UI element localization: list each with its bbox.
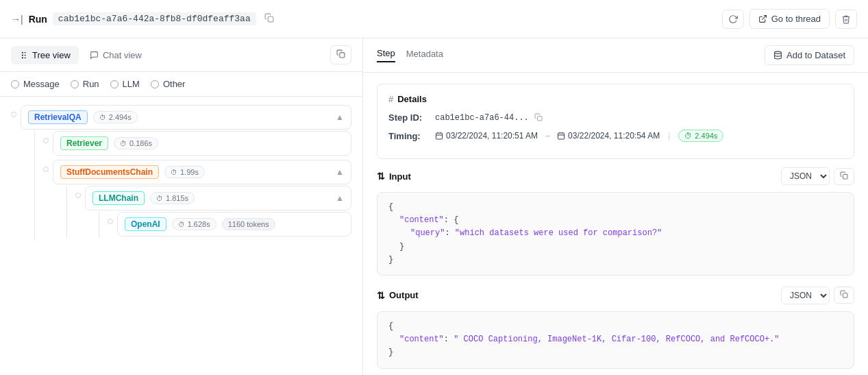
retrieval-qa-badge: RetrievalQA [28, 110, 88, 124]
timing-start: 03/22/2024, 11:20:51 AM [435, 131, 538, 141]
openai-timing: ⏱ 1.628s [172, 218, 216, 230]
filter-llm[interactable]: LLM [110, 79, 140, 89]
view-tabs: Tree view Chat view [0, 38, 362, 72]
chat-view-label: Chat view [103, 50, 142, 60]
input-code-block: { "content": { "query": "which datasets … [377, 192, 854, 276]
filter-other[interactable]: Other [151, 79, 186, 89]
main-layout: Tree view Chat view Message [0, 38, 868, 375]
tree-content: RetrievalQA ⏱ 2.494s ▲ [0, 97, 362, 375]
timing-row: Timing: 03/22/2024, 11:20:51 AM → 03/22/… [388, 130, 843, 142]
timing-duration: ⏱ 2.494s [678, 130, 723, 142]
right-header: Step Metadata Add to Dataset [363, 38, 868, 73]
delete-button[interactable] [835, 10, 857, 29]
details-title: # Details [388, 94, 843, 104]
retrieval-qa-node[interactable]: RetrievalQA ⏱ 2.494s ▲ [21, 105, 351, 130]
stuff-doc-dot [43, 167, 49, 172]
copy-input-button[interactable] [834, 168, 854, 185]
filter-row: Message Run LLM Other [0, 72, 362, 97]
retrieval-qa-dot [11, 112, 16, 117]
retrieval-qa-children: Retriever ⏱ 0.186s [34, 131, 351, 241]
openai-node[interactable]: OpenAI ⏱ 1.628s 1160 tokens [117, 212, 351, 237]
copy-view-button[interactable] [330, 45, 351, 64]
output-title: ⇅ Output [377, 290, 419, 301]
go-thread-label: Go to thread [771, 14, 821, 24]
llm-chain-badge: LLMChain [92, 191, 145, 205]
timing-arrow: → [543, 131, 551, 141]
retrieval-qa-row: RetrievalQA ⏱ 2.494s ▲ [11, 105, 351, 243]
copy-step-id-button[interactable] [534, 113, 543, 123]
stuff-doc-chain-badge: StuffDocumentsChain [60, 165, 159, 179]
top-bar-left: →| Run cab1e1bc-a7a6-442a-8fb8-df0dfeaff… [11, 12, 715, 26]
retriever-node[interactable]: Retriever ⏱ 0.186s [53, 131, 351, 156]
filter-message-radio[interactable] [11, 80, 19, 88]
openai-badge: OpenAI [125, 217, 166, 231]
openai-tokens: 1160 tokens [222, 218, 275, 230]
svg-rect-17 [843, 293, 848, 298]
svg-point-4 [22, 57, 23, 58]
svg-line-1 [762, 16, 766, 20]
llm-chain-node[interactable]: LLMChain ⏱ 1.815s ▲ [85, 186, 351, 210]
add-dataset-label: Add to Dataset [786, 50, 845, 60]
input-controls: JSON Text [781, 167, 854, 185]
svg-point-3 [22, 52, 23, 53]
right-tabs: Step Metadata [377, 48, 443, 62]
filter-llm-radio[interactable] [110, 80, 119, 88]
openai-row: OpenAI ⏱ 1.628s 1160 tokens [108, 212, 351, 238]
retriever-badge: Retriever [60, 136, 108, 150]
details-section: # Details Step ID: cab1e1bc-a7a6-44... T… [377, 84, 854, 159]
stuff-doc-chain-children: LLMChain ⏱ 1.815s ▲ [66, 186, 351, 238]
tree-view-label: Tree view [32, 50, 71, 60]
stuff-doc-chain-row: StuffDocumentsChain ⏱ 1.99s ▲ [43, 160, 351, 241]
stuff-doc-chain-timing: ⏱ 1.99s [164, 166, 205, 178]
top-bar-right: Go to thread [722, 9, 857, 29]
svg-point-6 [775, 51, 782, 53]
copy-output-button[interactable] [834, 287, 854, 304]
stuff-doc-chain-expand[interactable]: ▲ [336, 167, 344, 177]
output-header: ⇅ Output JSON Text [377, 287, 854, 304]
right-panel: Step Metadata Add to Dataset # Details S… [363, 38, 868, 375]
stuff-doc-chain-node[interactable]: StuffDocumentsChain ⏱ 1.99s ▲ [53, 160, 351, 184]
tab-step[interactable]: Step [377, 48, 395, 62]
svg-rect-5 [340, 53, 345, 58]
top-bar: →| Run cab1e1bc-a7a6-442a-8fb8-df0dfeaff… [0, 0, 868, 38]
filter-run-radio[interactable] [71, 80, 79, 88]
output-section: ⇅ Output JSON Text [377, 287, 854, 369]
tab-metadata[interactable]: Metadata [406, 48, 443, 62]
filter-other-radio[interactable] [151, 80, 159, 88]
input-header: ⇅ Input JSON Text [377, 167, 854, 185]
step-id-value: cab1e1bc-a7a6-44... [435, 113, 529, 123]
llm-chain-expand[interactable]: ▲ [336, 193, 344, 203]
retriever-timing: ⏱ 0.186s [114, 137, 158, 149]
svg-rect-7 [537, 116, 542, 121]
llm-chain-dot [75, 193, 81, 198]
svg-rect-8 [436, 133, 443, 139]
timing-label: Timing: [388, 131, 430, 141]
run-id: cab1e1bc-a7a6-442a-8fb8-df0dfeaff3aa [53, 12, 256, 25]
llm-chain-timing: ⏱ 1.815s [150, 192, 195, 204]
output-format-select[interactable]: JSON Text [781, 287, 830, 304]
tab-tree-view[interactable]: Tree view [11, 46, 79, 64]
svg-rect-0 [268, 16, 273, 22]
retriever-dot [43, 138, 49, 143]
filter-message[interactable]: Message [11, 79, 60, 89]
left-panel: Tree view Chat view Message [0, 38, 363, 375]
retrieval-qa-expand[interactable]: ▲ [336, 112, 344, 122]
input-title: ⇅ Input [377, 171, 411, 182]
filter-run[interactable]: Run [71, 79, 99, 89]
svg-point-2 [22, 54, 23, 55]
output-code-block: { "content": " COCO Captioning, ImageNet… [377, 311, 854, 369]
step-id-row: Step ID: cab1e1bc-a7a6-44... [388, 112, 843, 123]
openai-dot [108, 219, 113, 224]
retriever-row: Retriever ⏱ 0.186s [43, 131, 351, 157]
tab-chat-view[interactable]: Chat view [82, 46, 150, 64]
add-to-dataset-button[interactable]: Add to Dataset [765, 45, 854, 65]
copy-run-id-button[interactable] [262, 12, 277, 26]
timing-separator: | [668, 131, 670, 141]
right-content: # Details Step ID: cab1e1bc-a7a6-44... T… [363, 73, 868, 375]
input-format-select[interactable]: JSON Text [781, 167, 830, 185]
timing-end: 03/22/2024, 11:20:54 AM [557, 131, 660, 141]
go-to-thread-button[interactable]: Go to thread [749, 9, 830, 29]
output-controls: JSON Text [781, 287, 854, 304]
refresh-button[interactable] [722, 10, 744, 29]
llm-chain-children: OpenAI ⏱ 1.628s 1160 tokens [99, 212, 351, 238]
